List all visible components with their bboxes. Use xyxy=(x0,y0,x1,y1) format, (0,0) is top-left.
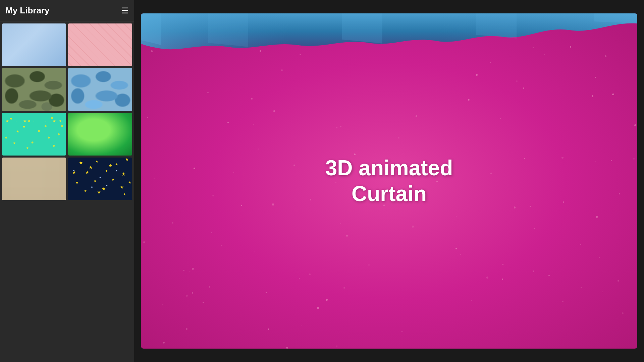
svg-text:★: ★ xyxy=(26,146,29,149)
svg-point-8 xyxy=(53,145,55,147)
svg-text:★: ★ xyxy=(125,158,129,162)
svg-text:★: ★ xyxy=(115,163,118,166)
svg-text:★: ★ xyxy=(84,189,87,193)
svg-text:★: ★ xyxy=(89,165,93,170)
svg-text:★: ★ xyxy=(9,116,12,120)
svg-text:★: ★ xyxy=(123,192,126,196)
svg-text:★: ★ xyxy=(75,181,78,184)
svg-point-13 xyxy=(48,136,50,138)
preview-title-line1: 3D animated xyxy=(325,155,453,181)
svg-point-14 xyxy=(61,125,63,127)
svg-point-7 xyxy=(32,141,34,143)
curtain-svg xyxy=(141,13,637,50)
preview-frame: 3D animated Curtain xyxy=(141,13,637,349)
svg-text:★: ★ xyxy=(95,160,98,163)
sidebar-title: My Library xyxy=(5,5,50,16)
svg-text:★: ★ xyxy=(121,172,126,177)
sidebar: My Library ☰ ★★★★★★★★★★★★★★★★★★★★★★★★ xyxy=(0,0,134,362)
svg-text:★: ★ xyxy=(108,163,113,168)
svg-point-1 xyxy=(28,120,30,122)
svg-text:★: ★ xyxy=(16,129,19,133)
svg-text:★: ★ xyxy=(112,178,115,181)
texture-item-night-stars[interactable]: ★★★★★★★★★★★★★★★★★★★ xyxy=(68,158,132,200)
svg-text:★: ★ xyxy=(120,185,124,190)
svg-point-38 xyxy=(106,185,107,186)
sidebar-header: My Library ☰ xyxy=(0,0,134,21)
menu-icon[interactable]: ☰ xyxy=(121,7,129,15)
svg-point-4 xyxy=(38,130,40,132)
svg-point-37 xyxy=(91,186,93,188)
svg-point-11 xyxy=(5,136,7,138)
night-stars-svg: ★★★★★★★★★★★★★★★★★★★ xyxy=(68,158,132,200)
texture-item-beige[interactable] xyxy=(2,158,66,200)
svg-point-34 xyxy=(73,170,74,171)
svg-text:★: ★ xyxy=(13,141,16,145)
preview-title-line2: Curtain xyxy=(325,181,453,207)
svg-text:★: ★ xyxy=(102,186,106,191)
svg-text:★: ★ xyxy=(94,179,97,183)
teal-stars-svg: ★★★★★ xyxy=(2,113,66,156)
svg-point-35 xyxy=(100,177,101,178)
svg-point-5 xyxy=(58,133,60,135)
svg-point-2 xyxy=(51,117,53,119)
svg-text:★: ★ xyxy=(97,190,101,195)
texture-item-green-gradient[interactable] xyxy=(68,113,132,156)
texture-grid: ★★★★★★★★★★★★★★★★★★★★★★★★ xyxy=(0,21,134,362)
texture-item-pink-squiggle[interactable] xyxy=(68,23,132,66)
texture-item-light-blue[interactable] xyxy=(2,23,66,66)
svg-text:★: ★ xyxy=(79,160,83,165)
texture-item-blue-camo[interactable] xyxy=(68,68,132,111)
texture-item-camo-green[interactable] xyxy=(2,68,66,111)
svg-point-36 xyxy=(116,170,117,171)
preview-title: 3D animated Curtain xyxy=(325,155,453,207)
svg-text:★: ★ xyxy=(128,181,131,184)
svg-text:★: ★ xyxy=(22,125,25,128)
svg-text:★: ★ xyxy=(85,170,90,175)
curtain-top xyxy=(141,13,637,50)
texture-item-teal-dots[interactable]: ★★★★★ xyxy=(2,113,66,156)
main-preview: 3D animated Curtain xyxy=(134,0,644,362)
svg-text:★: ★ xyxy=(105,169,108,173)
svg-point-10 xyxy=(45,125,47,127)
